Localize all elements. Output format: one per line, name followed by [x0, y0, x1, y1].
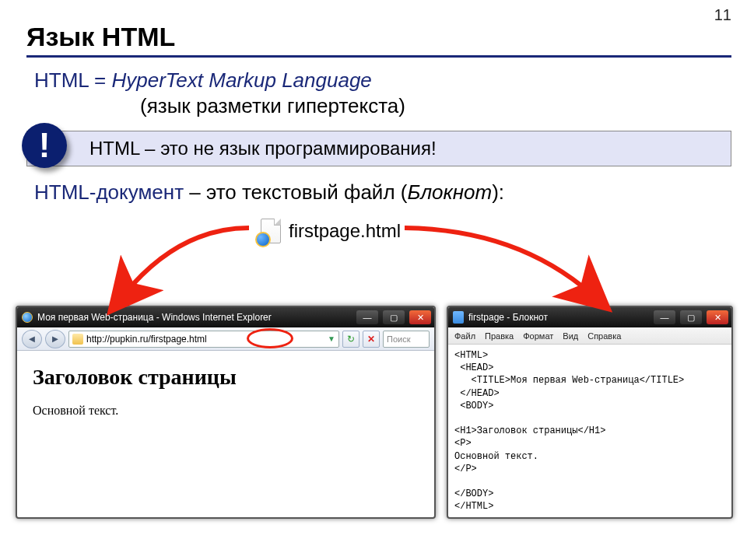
forward-button[interactable]: ► [45, 330, 65, 348]
np-menu-bar: Файл Правка Формат Вид Справка [448, 327, 731, 345]
exclamation-icon: ! [22, 123, 67, 168]
def-lhs: HTML [34, 68, 89, 92]
np-close-button[interactable]: ✕ [707, 310, 728, 324]
page-paragraph: Основной текст. [33, 404, 419, 418]
page-heading: Заголовок страницы [33, 365, 419, 390]
slide-title: Язык HTML [26, 22, 747, 52]
search-input[interactable]: Поиск [383, 331, 430, 348]
page-number: 11 [714, 6, 731, 24]
definition-sub: (язык разметки гипертекста) [140, 94, 747, 118]
minimize-button[interactable]: — [356, 310, 378, 324]
doc-line-end: ): [492, 180, 504, 204]
file-icon-wrap: firstpage.html [261, 219, 401, 243]
menu-file[interactable]: Файл [454, 331, 475, 341]
def-expansion: HyperText Markup Language [111, 68, 371, 92]
notepad-window: firstpage - Блокнот — ▢ ✕ Файл Правка Фо… [447, 306, 733, 519]
arrow-left-icon [93, 220, 265, 309]
stop-button[interactable]: ✕ [363, 331, 380, 348]
ie-toolbar: ◄ ► http://pupkin.ru/firstpage.html ▼ ↻ … [17, 327, 434, 351]
doc-line-em: Блокнот [407, 180, 492, 204]
doc-line: HTML-документ – это текстовый файл (Блок… [34, 180, 747, 205]
callout-text: HTML – это не язык программирования! [26, 131, 731, 166]
ie-title-text: Моя первая Web-страница - Windows Intern… [37, 312, 272, 323]
np-textarea[interactable]: <HTML> <HEAD> <TITLE>Моя первая Web-стра… [448, 345, 731, 517]
def-eq: = [94, 68, 106, 92]
back-button[interactable]: ◄ [22, 330, 42, 348]
np-title-text: firstpage - Блокнот [468, 312, 548, 323]
np-minimize-button[interactable]: — [654, 310, 675, 324]
windows-row: Моя первая Web-страница - Windows Intern… [0, 306, 747, 519]
ie-icon [22, 312, 33, 323]
callout: ! HTML – это не язык программирования! [26, 131, 731, 166]
highlight-circle-icon [247, 328, 293, 348]
address-url: http://pupkin.ru/firstpage.html [86, 334, 207, 345]
title-rule [26, 55, 731, 58]
ie-viewport: Заголовок страницы Основной текст. [17, 351, 434, 432]
notepad-icon [453, 311, 464, 324]
menu-format[interactable]: Формат [523, 331, 553, 341]
menu-edit[interactable]: Правка [485, 331, 514, 341]
doc-line-hl: HTML-документ [34, 180, 184, 204]
file-label: firstpage.html [289, 220, 401, 242]
maximize-button[interactable]: ▢ [383, 310, 405, 324]
np-titlebar[interactable]: firstpage - Блокнот — ▢ ✕ [448, 307, 731, 327]
refresh-button[interactable]: ↻ [342, 331, 359, 348]
favicon-icon [72, 334, 83, 345]
address-dropdown-icon[interactable]: ▼ [328, 334, 335, 343]
np-maximize-button[interactable]: ▢ [680, 310, 702, 324]
file-area: firstpage.html [0, 212, 747, 306]
doc-line-mid: – это текстовый файл ( [184, 180, 407, 204]
definition-line: HTML = HyperText Markup Language [34, 68, 747, 93]
ie-window: Моя первая Web-страница - Windows Intern… [16, 306, 436, 519]
close-button[interactable]: ✕ [409, 310, 431, 324]
menu-view[interactable]: Вид [563, 331, 578, 341]
address-bar[interactable]: http://pupkin.ru/firstpage.html ▼ [68, 331, 339, 348]
ie-titlebar[interactable]: Моя первая Web-страница - Windows Intern… [17, 307, 434, 327]
arrow-right-icon [393, 220, 611, 309]
menu-help[interactable]: Справка [587, 331, 621, 341]
